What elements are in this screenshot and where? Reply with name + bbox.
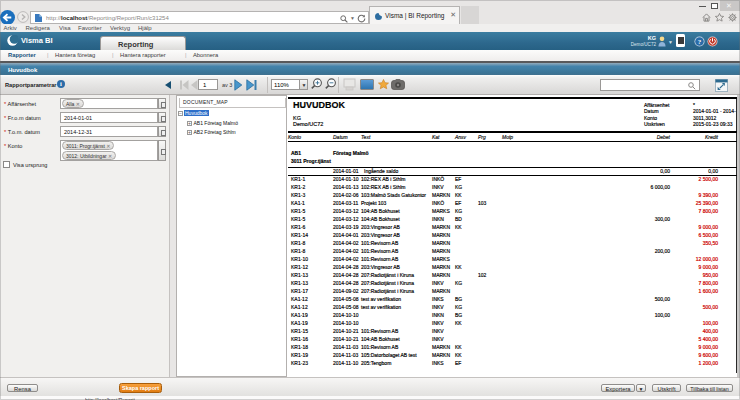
svg-text:?: ?	[698, 38, 702, 46]
